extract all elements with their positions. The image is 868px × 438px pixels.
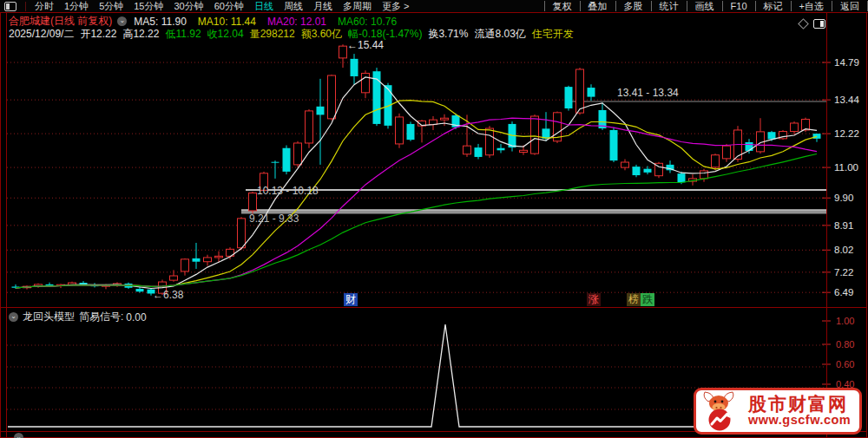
ma-legend: MA5: 11.90MA10: 11.44MA20: 12.01MA60: 10… <box>134 16 397 28</box>
quote-stats-row: 2025/12/09/二开12.22高12.22低11.92收12.04量298… <box>9 27 574 42</box>
price-axis-label-7: 7.22 <box>834 267 853 278</box>
candle-down <box>588 88 595 97</box>
quote-stat-5: 量298212 <box>250 27 295 42</box>
candle-down <box>136 289 144 291</box>
indicator-signal-label: 简易信号: <box>79 310 123 324</box>
candle-up <box>215 256 223 258</box>
toolbar-button-0[interactable]: 复权 <box>544 1 580 11</box>
candle-up <box>238 219 246 248</box>
toolbar-button-6[interactable]: 标记 <box>755 1 791 11</box>
next-indicator-panel-clipped: ⌄ <box>9 433 29 438</box>
candle-down <box>351 59 358 76</box>
quote-stat-8: 换3.71% <box>428 27 468 42</box>
candle-up <box>621 162 629 167</box>
quote-stat-2: 高12.22 <box>122 27 159 42</box>
tab-period-1[interactable]: 1分钟 <box>59 0 94 13</box>
chevron-down-icon[interactable]: ⌄ <box>117 16 127 26</box>
ma-label-0: MA5: 11.90 <box>134 16 186 28</box>
candle-up <box>294 143 302 165</box>
ma-line-MA5 <box>16 77 817 289</box>
candle-up <box>441 118 449 120</box>
toolbar-button-3[interactable]: 统计 <box>651 1 687 11</box>
candle-down <box>565 87 573 108</box>
tab-period-0[interactable]: 分时 <box>30 0 59 13</box>
toolbar-button-7[interactable]: +自选 <box>791 1 832 11</box>
quote-stat-4: 收12.04 <box>207 27 244 42</box>
gap-line <box>246 189 826 191</box>
price-axis-label-2: 12.22 <box>834 128 859 139</box>
split-window-icon[interactable] <box>813 19 825 29</box>
candle-up <box>170 276 178 280</box>
tab-period-7[interactable]: 周线 <box>279 0 308 13</box>
tab-period-9[interactable]: 多周期 <box>338 0 377 13</box>
price-axis-label-8: 6.49 <box>834 287 853 297</box>
price-annotation-1: 13.41 - 13.34 <box>617 87 679 99</box>
candle-up <box>712 155 720 167</box>
candle-up <box>700 171 708 179</box>
candlestick-chart[interactable] <box>0 0 868 438</box>
window-layout-icon[interactable] <box>4 2 16 11</box>
price-axis-label-4: 9.90 <box>834 193 853 203</box>
candle-down <box>678 173 686 182</box>
candle-up <box>204 258 212 262</box>
chevron-down-icon[interactable]: ⌄ <box>9 312 18 322</box>
tab-period-4[interactable]: 30分钟 <box>169 0 209 13</box>
ma-label-1: MA10: 11.44 <box>198 16 256 28</box>
site-watermark: 股市财富网 www.gscfw.com <box>694 388 862 435</box>
candle-down <box>193 258 201 262</box>
trading-app-window: { "toolbar": { "tabs": ["分时","1分钟","5分钟"… <box>0 0 868 438</box>
candle-down <box>317 107 325 115</box>
toolbar-right-buttons: 复权叠加多股统计画线F10标记+自选返回 <box>544 1 868 11</box>
tab-period-8[interactable]: 月线 <box>308 0 338 13</box>
signal-axis-label-0: 1.00 <box>836 316 854 326</box>
candle-up <box>328 75 336 119</box>
toolbar-button-2[interactable]: 多股 <box>615 1 651 11</box>
candle-down <box>475 147 483 157</box>
price-axis-label-6: 8.02 <box>834 245 853 255</box>
indicator-title[interactable]: 龙回头模型 <box>23 310 75 324</box>
tab-period-5[interactable]: 60分钟 <box>209 0 249 13</box>
candle-up <box>486 128 494 155</box>
tab-period-6[interactable]: 日线 <box>249 0 279 13</box>
toolbar-button-4[interactable]: 画线 <box>687 1 722 11</box>
candle-up <box>723 146 731 159</box>
chart-tag-财[interactable]: 财 <box>344 293 358 306</box>
tab-period-3[interactable]: 15分钟 <box>128 0 168 13</box>
signal-axis-label-1: 0.80 <box>836 339 854 350</box>
candle-down <box>283 148 291 172</box>
candle-down <box>272 162 279 163</box>
price-annotation-2: 10.13 - 10.18 <box>257 185 319 197</box>
signal-axis-label-2: 0.60 <box>836 359 854 369</box>
candle-down <box>768 132 776 139</box>
tab-period-10[interactable]: 更多 > <box>377 0 414 13</box>
candle-up <box>791 123 799 132</box>
chart-tag-跌[interactable]: 跌 <box>641 293 654 306</box>
ma-line-MA60 <box>16 154 817 288</box>
toolbar-button-8[interactable]: 返回 <box>832 1 868 11</box>
indicator-signal-value: 0.00 <box>126 311 146 324</box>
candle-down <box>633 167 641 175</box>
chart-tag-涨[interactable]: 涨 <box>587 293 601 306</box>
tab-period-2[interactable]: 5分钟 <box>94 0 128 13</box>
candle-down <box>407 124 415 140</box>
quote-stat-10: 住宅开发 <box>532 27 574 42</box>
candle-up <box>396 117 404 144</box>
quote-stat-0: 2025/12/09/二 <box>9 27 74 42</box>
candle-down <box>746 142 753 151</box>
watermark-url: www.gscfw.com <box>748 414 851 427</box>
toolbar-button-1[interactable]: 叠加 <box>580 1 615 11</box>
candle-up <box>531 116 539 154</box>
candle-down <box>610 130 618 160</box>
price-annotation-3: 9.21 - 9.33 <box>249 212 299 225</box>
toolbar-button-5[interactable]: F10 <box>722 1 755 11</box>
chart-tag-榜[interactable]: 榜 <box>627 293 641 306</box>
gap-line <box>569 101 826 102</box>
ma-label-3: MA60: 10.76 <box>338 16 397 28</box>
candle-down <box>813 134 821 139</box>
quote-stat-9: 流通8.03亿 <box>474 27 525 42</box>
gap-line-highlight <box>241 210 826 211</box>
candle-up <box>339 46 347 58</box>
candle-up <box>181 259 189 271</box>
quote-stat-1: 开12.22 <box>80 27 116 42</box>
quote-stat-3: 低11.92 <box>165 27 201 42</box>
